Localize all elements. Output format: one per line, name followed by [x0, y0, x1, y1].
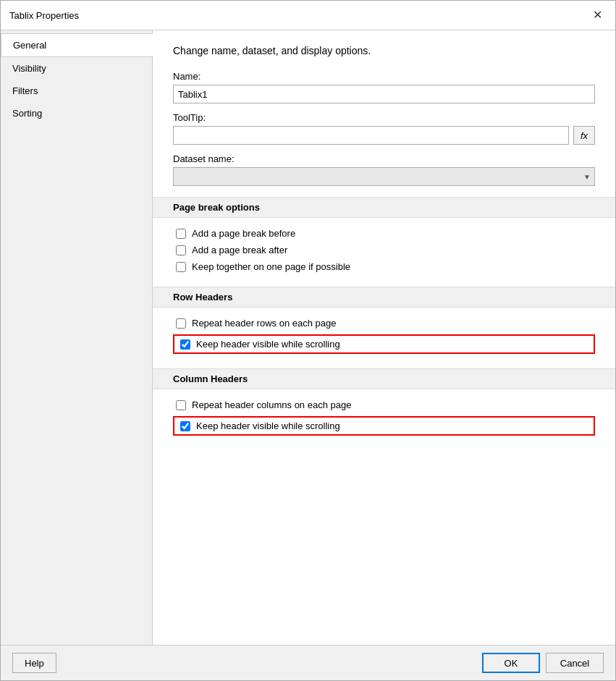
- checkbox-keep-together-input[interactable]: [176, 262, 186, 272]
- checkbox-keep-col-visible-input[interactable]: [180, 421, 190, 431]
- checkbox-keep-together[interactable]: Keep together on one page if possible: [173, 261, 595, 272]
- dataset-label: Dataset name:: [173, 153, 595, 164]
- checkbox-break-after[interactable]: Add a page break after: [173, 245, 595, 255]
- dataset-dropdown[interactable]: [173, 167, 595, 186]
- checkbox-repeat-rows-input[interactable]: [176, 318, 186, 329]
- dialog-body: General Visibility Filters Sorting Chang…: [1, 30, 615, 645]
- checkbox-repeat-rows[interactable]: Repeat header rows on each page: [173, 318, 595, 329]
- sidebar-item-general[interactable]: General: [1, 33, 153, 57]
- checkbox-break-after-input[interactable]: [176, 245, 186, 255]
- fx-button[interactable]: fx: [573, 126, 595, 145]
- cancel-button[interactable]: Cancel: [546, 653, 604, 673]
- tooltip-input[interactable]: [173, 126, 569, 145]
- column-headers-section: Column Headers Repeat header columns on …: [173, 368, 595, 450]
- row-headers-section-header: Row Headers: [153, 287, 615, 308]
- column-headers-options: Repeat header columns on each page Keep …: [173, 397, 595, 450]
- tooltip-row: fx: [173, 126, 595, 145]
- sidebar: General Visibility Filters Sorting: [1, 30, 153, 645]
- checkbox-repeat-cols[interactable]: Repeat header columns on each page: [173, 399, 595, 410]
- dialog-footer: Help OK Cancel: [1, 645, 615, 680]
- title-bar: Tablix Properties ✕: [1, 1, 615, 30]
- main-description: Change name, dataset, and display option…: [173, 45, 595, 56]
- checkbox-keep-col-visible[interactable]: Keep header visible while scrolling: [173, 416, 595, 436]
- tooltip-label: ToolTip:: [173, 112, 595, 123]
- page-break-options: Add a page break before Add a page break…: [173, 225, 595, 287]
- dialog-window: Tablix Properties ✕ General Visibility F…: [0, 0, 616, 681]
- main-panel: Change name, dataset, and display option…: [153, 30, 615, 645]
- sidebar-item-visibility[interactable]: Visibility: [1, 57, 152, 80]
- page-break-section: Page break options Add a page break befo…: [173, 197, 595, 287]
- checkbox-keep-row-visible[interactable]: Keep header visible while scrolling: [173, 334, 595, 354]
- help-button[interactable]: Help: [12, 653, 56, 673]
- checkbox-keep-row-visible-input[interactable]: [180, 339, 190, 350]
- sidebar-item-filters[interactable]: Filters: [1, 80, 152, 102]
- row-headers-options: Repeat header rows on each page Keep hea…: [173, 315, 595, 368]
- column-headers-section-header: Column Headers: [153, 368, 615, 389]
- dialog-title: Tablix Properties: [9, 10, 79, 21]
- checkbox-repeat-cols-input[interactable]: [176, 400, 186, 410]
- sidebar-item-sorting[interactable]: Sorting: [1, 102, 152, 124]
- close-button[interactable]: ✕: [588, 8, 607, 22]
- row-headers-section: Row Headers Repeat header rows on each p…: [173, 287, 595, 368]
- ok-button[interactable]: OK: [482, 653, 540, 673]
- name-label: Name:: [173, 71, 595, 82]
- checkbox-break-before[interactable]: Add a page break before: [173, 228, 595, 239]
- page-break-section-header: Page break options: [153, 197, 615, 218]
- name-input[interactable]: [173, 85, 595, 103]
- dataset-dropdown-wrapper: ▼: [173, 167, 595, 186]
- footer-right: OK Cancel: [482, 653, 604, 673]
- checkbox-break-before-input[interactable]: [176, 229, 186, 239]
